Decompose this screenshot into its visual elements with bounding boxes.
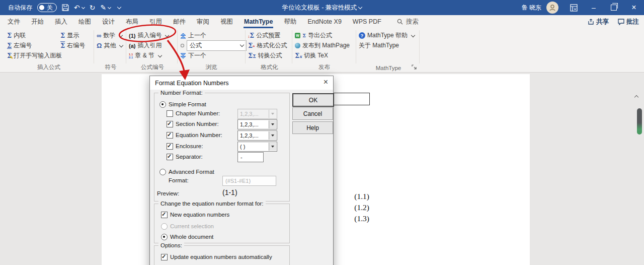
equation-number-select[interactable]: 1,2,3,...: [237, 130, 277, 141]
simple-format-label: Simple Format: [169, 101, 206, 107]
quick-access-more-button[interactable]: [116, 7, 121, 9]
reference-icon: (a): [129, 43, 135, 49]
tab-mailings[interactable]: 邮件: [168, 15, 191, 28]
math-symbols-button[interactable]: ∞数学: [97, 31, 122, 40]
mathtype-help-button[interactable]: ?MathType 帮助: [359, 31, 415, 40]
vertical-scrollbar-thumb[interactable]: [637, 108, 642, 135]
insert-reference-button[interactable]: (a)插入引用: [129, 41, 162, 50]
publish-mathpage-button[interactable]: 发布到 MathPage: [295, 41, 350, 50]
left-numbered-equation-button[interactable]: Σ左编号: [7, 41, 32, 50]
display-equation-button[interactable]: Σ显示: [60, 31, 79, 40]
group-browse: 上一个 公式 下一个 浏览: [179, 28, 244, 72]
other-symbols-button[interactable]: Ω其他: [97, 41, 123, 50]
tab-endnote[interactable]: EndNote X9: [302, 15, 347, 28]
checkbox-separator[interactable]: [167, 154, 173, 160]
convert-equations-button[interactable]: ΣΣ转换公式: [248, 51, 282, 60]
sigma-icon: Σ: [7, 42, 12, 49]
section-number-select[interactable]: 1,2,3,...: [237, 119, 277, 129]
tab-wps-pdf[interactable]: WPS PDF: [347, 15, 387, 28]
equation-number: (1.3): [354, 214, 369, 224]
collapse-ribbon-button[interactable]: [633, 93, 638, 100]
export-equations-button[interactable]: WΣ导出公式: [295, 31, 332, 40]
help-button[interactable]: Help: [292, 121, 333, 134]
next-equation-button[interactable]: 下一个: [180, 51, 206, 60]
autosave-state: 关: [47, 4, 53, 12]
checkbox-section-number[interactable]: [167, 121, 173, 127]
tab-insert[interactable]: 插入: [49, 15, 73, 28]
options-group: Options: Update equation numbers automat…: [154, 245, 290, 265]
search-label: 搜索: [406, 18, 419, 26]
format-equations-button[interactable]: Σ*格式化公式: [248, 41, 287, 50]
ok-button[interactable]: OK: [292, 93, 334, 107]
target-icon: [180, 43, 185, 48]
enclosure-select[interactable]: ( ): [237, 142, 277, 152]
dialog-launcher-icon[interactable]: [412, 64, 417, 70]
radio-whole-document[interactable]: [161, 234, 168, 240]
tab-view[interactable]: 视图: [215, 15, 238, 28]
autosave-toggle[interactable]: 关: [37, 3, 57, 12]
undo-button[interactable]: ↶: [74, 4, 85, 11]
equation-number: (1.1): [354, 192, 369, 202]
tab-design[interactable]: 设计: [97, 15, 120, 28]
group-equation-numbers: (1)插入编号 (a)插入引用 1.12.1章 & 节 公式编号: [128, 28, 177, 72]
tab-draw[interactable]: 绘图: [73, 15, 97, 28]
tab-review[interactable]: 审阅: [191, 15, 215, 28]
insert-number-button[interactable]: (1)插入编号: [129, 31, 169, 40]
pen-button[interactable]: ✎: [100, 4, 111, 11]
avatar[interactable]: [546, 2, 558, 14]
checkbox-new-equation-numbers[interactable]: [161, 212, 168, 218]
sigma-tex-icon: Σx: [295, 52, 302, 59]
equation-browse-select[interactable]: 公式: [187, 40, 247, 51]
sigma-dots-icon: :Σ: [248, 32, 254, 39]
dialog-close-icon[interactable]: ×: [324, 78, 328, 86]
browse-target-row: 公式: [180, 41, 247, 50]
tab-home[interactable]: 开始: [26, 15, 49, 28]
equation-preferences-button[interactable]: :Σ公式预置: [248, 31, 280, 40]
user-name: 鲁 晓东: [522, 4, 541, 12]
search-box[interactable]: 搜索: [397, 18, 419, 26]
checkbox-chapter-number[interactable]: [167, 110, 173, 117]
radio-advanced-format[interactable]: [159, 169, 166, 175]
tab-file[interactable]: 文件: [2, 15, 26, 28]
double-up-icon: [180, 33, 186, 39]
cancel-button[interactable]: Cancel: [292, 107, 333, 120]
autosave-label: 自动保存: [8, 4, 32, 12]
save-icon[interactable]: [62, 4, 69, 11]
comments-button[interactable]: 批注: [618, 18, 639, 26]
group-legend: Number Format:: [158, 90, 205, 96]
toggle-knob-icon: [39, 5, 44, 10]
right-numbered-equation-button[interactable]: Σ右编号: [60, 41, 85, 50]
checkbox-equation-number[interactable]: [167, 132, 173, 139]
checkbox-update-automatically[interactable]: [161, 254, 168, 260]
tab-help[interactable]: 帮助: [278, 15, 302, 28]
radio-simple-format[interactable]: [159, 101, 166, 108]
tab-layout[interactable]: 布局: [120, 15, 144, 28]
update-automatically-label: Update equation numbers automatically: [170, 254, 272, 260]
restore-button[interactable]: [604, 0, 624, 15]
number-format-group: Number Format: Simple Format Chapter Num…: [154, 93, 290, 202]
chapter-number-select: 1,2,3,...: [237, 109, 277, 119]
tab-references[interactable]: 引用: [144, 15, 168, 28]
ribbon: Σ内联 Σ显示 Σ左编号 Σ右编号 Σ✎打开手写输入面板 插入公式 ∞数学 Ω其…: [0, 28, 644, 73]
handwriting-panel-button[interactable]: Σ✎打开手写输入面板: [7, 51, 62, 60]
ribbon-display-options-button[interactable]: [564, 0, 584, 15]
minimize-button[interactable]: –: [584, 0, 604, 15]
group-format: :Σ公式预置 Σ*格式化公式 ΣΣ转换公式 格式化: [247, 28, 292, 72]
close-button[interactable]: ×: [624, 0, 644, 15]
search-icon: [397, 19, 403, 25]
title-caret-icon: [358, 5, 362, 9]
tab-mathtype[interactable]: MathType: [238, 15, 278, 28]
share-button[interactable]: 共享: [588, 18, 609, 26]
format-label: Format:: [169, 177, 189, 183]
about-mathtype-button[interactable]: 关于 MathType: [359, 41, 399, 50]
toggle-tex-button[interactable]: Σx切换 TeX: [295, 51, 328, 60]
previous-equation-button[interactable]: 上一个: [180, 31, 206, 40]
inline-equation-button[interactable]: Σ内联: [7, 31, 26, 40]
chapters-sections-button[interactable]: 1.12.1章 & 节: [129, 51, 162, 60]
enclosure-label: Enclosure:: [176, 143, 203, 149]
redo-button[interactable]: ↻: [90, 4, 96, 11]
help-icon: ?: [359, 32, 365, 39]
separator-input[interactable]: -: [237, 152, 264, 162]
checkbox-enclosure[interactable]: [167, 143, 173, 150]
chapter-section-icon: 1.12.1: [129, 53, 133, 59]
